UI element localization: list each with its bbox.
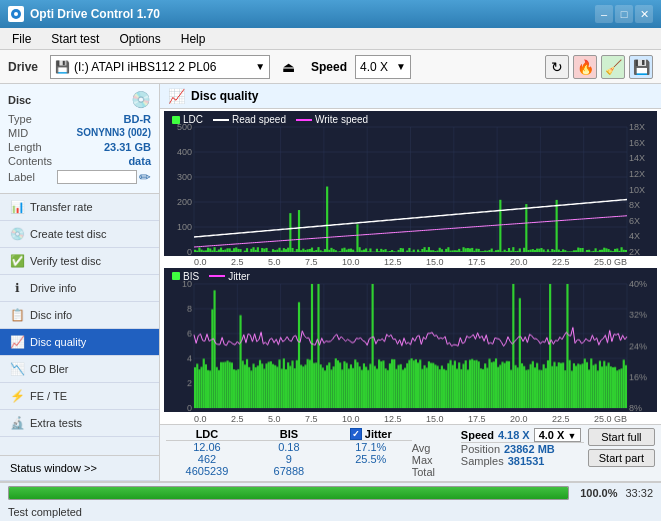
nav-label-drive-info: Drive info — [30, 282, 76, 294]
menu-help[interactable]: Help — [173, 30, 214, 48]
sidebar-item-transfer-rate[interactable]: 📊 Transfer rate — [0, 194, 159, 221]
total-label: Total — [412, 466, 435, 478]
ldc-stats: LDC 12.06 462 4605239 — [166, 428, 248, 477]
mid-label: MID — [8, 127, 28, 139]
sidebar-item-verify-test-disc[interactable]: ✅ Verify test disc — [0, 248, 159, 275]
bis-legend-label: BIS — [183, 271, 199, 282]
status-window-button[interactable]: Status window >> — [0, 456, 159, 481]
nav-label-disc-quality: Disc quality — [30, 336, 86, 348]
speed-stat-label: Speed — [461, 429, 494, 441]
lower-chart-x-axis: 0.02.55.07.510.012.515.017.520.022.525.0… — [164, 414, 657, 424]
sidebar-item-create-test-disc[interactable]: 💿 Create test disc — [0, 221, 159, 248]
chart-container: LDC Read speed Write speed 0.02.55.07.51… — [160, 109, 661, 481]
menu-file[interactable]: File — [4, 30, 39, 48]
lower-chart-legend: BIS Jitter — [172, 271, 250, 282]
save-button[interactable]: 💾 — [629, 55, 653, 79]
disc-quality-icon: 📈 — [10, 335, 24, 349]
nav-label-disc-info: Disc info — [30, 309, 72, 321]
sidebar-item-disc-info[interactable]: 📋 Disc info — [0, 302, 159, 329]
ldc-total: 4605239 — [186, 465, 229, 477]
jitter-checkbox[interactable] — [350, 428, 362, 440]
eject-button[interactable]: ⏏ — [282, 59, 295, 75]
maximize-button[interactable]: □ — [615, 5, 633, 23]
disc-label-input[interactable] — [57, 170, 137, 184]
speed-selector[interactable]: 4.0 X ▼ — [355, 55, 411, 79]
length-value: 23.31 GB — [104, 141, 151, 153]
sidebar-item-extra-tests[interactable]: 🔬 Extra tests — [0, 410, 159, 437]
samples-row: Samples 381531 — [461, 455, 545, 467]
sidebar: Disc 💿 Type BD-R MID SONYNN3 (002) Lengt… — [0, 84, 160, 481]
progress-row: 100.0% 33:32 — [0, 483, 661, 502]
menu-bar: File Start test Options Help — [0, 28, 661, 50]
position-value: 23862 MB — [504, 443, 555, 455]
start-full-button[interactable]: Start full — [588, 428, 655, 446]
nav-label-cd-bler: CD Bler — [30, 363, 69, 375]
status-section: Status window >> — [0, 455, 159, 481]
bis-avg: 0.18 — [278, 441, 299, 453]
drive-name: (I:) ATAPI iHBS112 2 PL06 — [74, 60, 216, 74]
contents-label: Contents — [8, 155, 52, 167]
main-area: Disc 💿 Type BD-R MID SONYNN3 (002) Lengt… — [0, 84, 661, 481]
app-title: Opti Drive Control 1.70 — [30, 7, 160, 21]
speed-stat-selector[interactable]: 4.0 X ▼ — [534, 428, 582, 442]
row-labels: Avg Max Total — [412, 428, 461, 478]
jitter-legend: Jitter — [209, 271, 250, 282]
minimize-button[interactable]: – — [595, 5, 613, 23]
drive-icon: 💾 — [55, 60, 70, 74]
jitter-stats: Jitter 17.1% 25.5% — [330, 428, 412, 465]
nav-label-fe-te: FE / TE — [30, 390, 67, 402]
position-label: Position — [461, 443, 500, 455]
jitter-max: 25.5% — [355, 453, 386, 465]
ldc-avg: 12.06 — [193, 441, 221, 453]
type-value: BD-R — [124, 113, 152, 125]
label-edit-icon[interactable]: ✏ — [139, 169, 151, 185]
disc-quality-header: 📈 Disc quality — [160, 84, 661, 109]
menu-options[interactable]: Options — [111, 30, 168, 48]
action-buttons: Start full Start part — [584, 428, 655, 467]
bis-legend: BIS — [172, 271, 199, 282]
lower-chart-canvas — [164, 268, 657, 413]
sidebar-item-cd-bler[interactable]: 📉 CD Bler — [0, 356, 159, 383]
sidebar-item-fe-te[interactable]: ⚡ FE / TE — [0, 383, 159, 410]
write-speed-legend: Write speed — [296, 114, 368, 125]
upper-chart-x-axis: 0.02.55.07.510.012.515.017.520.022.525.0… — [164, 257, 657, 267]
jitter-legend-color — [209, 275, 225, 277]
nav-label-verify-test-disc: Verify test disc — [30, 255, 101, 267]
stats-grid: LDC 12.06 462 4605239 BIS 0.18 9 67888 — [166, 428, 655, 478]
sidebar-item-drive-info[interactable]: ℹ Drive info — [0, 275, 159, 302]
erase-button[interactable]: 🧹 — [601, 55, 625, 79]
jitter-header-label: Jitter — [365, 428, 392, 440]
status-window-label: Status window >> — [10, 462, 97, 474]
ldc-legend: LDC — [172, 114, 203, 125]
progress-bar-container — [8, 486, 569, 500]
stats-panel: LDC 12.06 462 4605239 BIS 0.18 9 67888 — [160, 424, 661, 481]
verify-test-disc-icon: ✅ — [10, 254, 24, 268]
close-button[interactable]: ✕ — [635, 5, 653, 23]
drive-dropdown-icon: ▼ — [255, 61, 265, 72]
disc-info-icon: 📋 — [10, 308, 24, 322]
burn-button[interactable]: 🔥 — [573, 55, 597, 79]
speed-label: Speed — [311, 60, 347, 74]
ldc-header: LDC — [166, 428, 248, 441]
disc-panel-icon: 💿 — [131, 90, 151, 109]
app-icon — [8, 6, 24, 22]
contents-value: data — [128, 155, 151, 167]
menu-start-test[interactable]: Start test — [43, 30, 107, 48]
speed-value: 4.0 X — [360, 60, 388, 74]
samples-value: 381531 — [508, 455, 545, 467]
write-speed-legend-label: Write speed — [315, 114, 368, 125]
lower-chart: BIS Jitter — [164, 268, 657, 413]
refresh-button[interactable]: ↻ — [545, 55, 569, 79]
bis-max: 9 — [286, 453, 292, 465]
bis-total: 67888 — [274, 465, 305, 477]
sidebar-item-disc-quality[interactable]: 📈 Disc quality — [0, 329, 159, 356]
content-area: 📈 Disc quality LDC Read speed — [160, 84, 661, 481]
start-part-button[interactable]: Start part — [588, 449, 655, 467]
upper-chart: LDC Read speed Write speed — [164, 111, 657, 256]
bis-header: BIS — [248, 428, 330, 441]
drive-selector[interactable]: 💾 (I:) ATAPI iHBS112 2 PL06 ▼ — [50, 55, 270, 79]
bis-legend-color — [172, 272, 180, 280]
elapsed-time: 33:32 — [625, 487, 653, 499]
speed-stat-dropdown-icon: ▼ — [567, 431, 576, 441]
title-bar: Opti Drive Control 1.70 – □ ✕ — [0, 0, 661, 28]
